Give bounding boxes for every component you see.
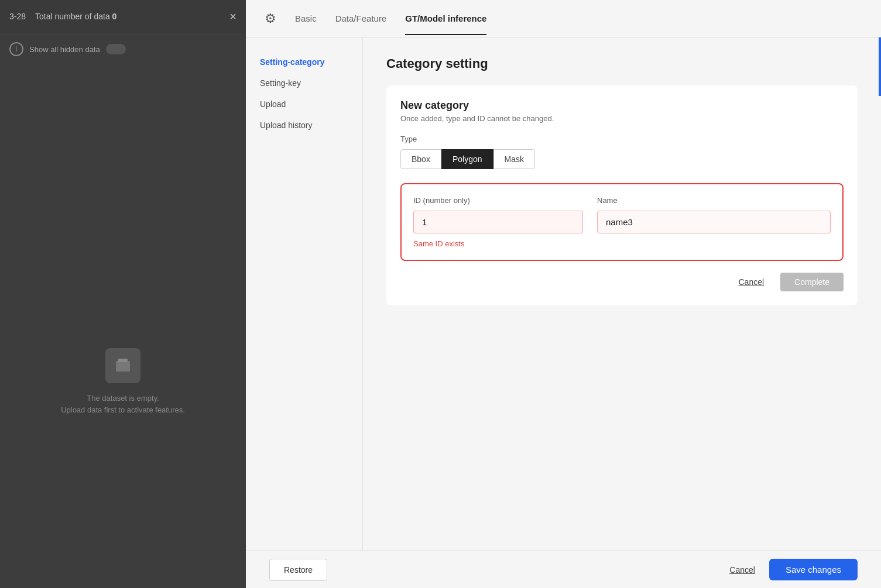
id-input[interactable] (413, 211, 583, 233)
sidebar-item-setting-category[interactable]: Setting-category (246, 51, 362, 73)
empty-dataset-icon (105, 348, 140, 383)
modal-body: Setting-category Setting-key Upload Uplo… (246, 37, 881, 551)
tab-gtmodel[interactable]: GT/Model inference (405, 2, 486, 35)
complete-button[interactable]: Complete (780, 273, 844, 291)
info-icon: i (9, 42, 23, 56)
modal-panel: ⚙ Basic Data/Feature GT/Model inference … (246, 0, 881, 588)
name-field-label: Name (597, 196, 831, 205)
sidebar-item-setting-key[interactable]: Setting-key (246, 73, 362, 94)
new-category-title: New category (400, 99, 844, 112)
type-label: Type (400, 135, 844, 143)
left-content-area: i Show all hidden data The dataset is em… (0, 33, 246, 588)
footer-cancel-button[interactable]: Cancel (720, 559, 765, 580)
save-changes-button[interactable]: Save changes (769, 559, 858, 580)
restore-button[interactable]: Restore (269, 559, 327, 581)
show-hidden-row: i Show all hidden data (9, 42, 236, 56)
tab-basic[interactable]: Basic (295, 2, 317, 35)
gear-icon: ⚙ (265, 11, 276, 26)
modal-header: ⚙ Basic Data/Feature GT/Model inference (246, 0, 881, 37)
id-name-inputs (413, 211, 831, 233)
type-bbox-button[interactable]: Bbox (400, 149, 441, 169)
tab-datafeature[interactable]: Data/Feature (335, 2, 387, 35)
empty-text: The dataset is empty. Upload data first … (61, 393, 185, 415)
sidebar-item-upload-history[interactable]: Upload history (246, 115, 362, 136)
date-label: 3-28 (9, 12, 26, 21)
modal-footer: Restore Cancel Save changes (246, 551, 881, 588)
type-buttons: Bbox Polygon Mask (400, 149, 844, 169)
id-field-label: ID (number only) (413, 196, 583, 205)
modal-content-area: Category setting New category Once added… (363, 37, 881, 551)
new-category-desc: Once added, type and ID cannot be change… (400, 114, 844, 123)
blue-accent-bar (879, 37, 881, 96)
sidebar-item-upload[interactable]: Upload (246, 94, 362, 115)
top-bar: 3-28 Total number of data 0 × (0, 0, 246, 33)
total-label: Total number of data 0 (35, 12, 220, 21)
empty-state: The dataset is empty. Upload data first … (61, 185, 185, 579)
toggle-switch[interactable] (106, 44, 126, 54)
error-message: Same ID exists (413, 239, 831, 248)
svg-rect-1 (118, 359, 128, 362)
id-name-labels: ID (number only) Name (413, 196, 831, 205)
type-mask-button[interactable]: Mask (493, 149, 535, 169)
close-button[interactable]: × (229, 10, 236, 23)
name-input[interactable] (597, 211, 831, 233)
modal-sidebar: Setting-category Setting-key Upload Uplo… (246, 37, 363, 551)
new-category-box: New category Once added, type and ID can… (386, 85, 858, 305)
content-title: Category setting (386, 56, 858, 71)
type-polygon-button[interactable]: Polygon (441, 149, 493, 169)
show-hidden-label: Show all hidden data (29, 45, 100, 54)
id-name-section: ID (number only) Name Same ID exists (400, 183, 844, 261)
svg-rect-0 (116, 361, 130, 372)
inner-action-row: Cancel Complete (400, 273, 844, 291)
inner-cancel-button[interactable]: Cancel (729, 273, 773, 291)
